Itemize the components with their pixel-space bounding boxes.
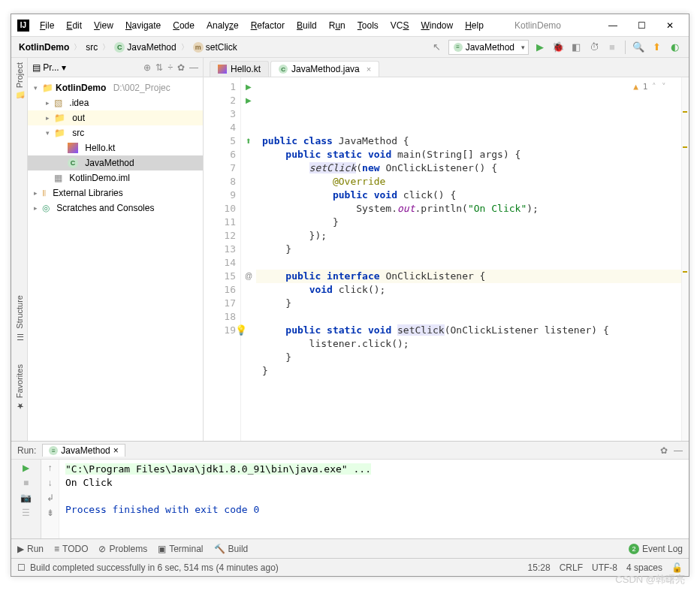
tree-iml[interactable]: KotlinDemo.iml [69,173,130,183]
window-title: KotlinDemo [514,20,591,31]
bottom-problems[interactable]: ⊘ Problems [98,544,147,554]
bottom-todo[interactable]: ≡ TODO [54,544,88,554]
tree-root[interactable]: KotlinDemo [56,83,106,93]
menu-help[interactable]: Help [460,19,488,32]
run-settings-icon[interactable]: ✿ [660,445,668,456]
capture-icon[interactable]: 📷 [20,493,32,503]
tree-hello[interactable]: Hello.kt [85,143,115,153]
status-time: 15:28 [528,562,551,573]
menu-build[interactable]: Build [292,19,321,32]
maximize-button[interactable]: ☐ [629,17,654,35]
run-tab[interactable]: ≡JavaMethod× [42,444,125,457]
status-indent[interactable]: 4 spaces [626,562,662,573]
status-lock-icon[interactable]: 🔓 [671,562,683,573]
main-menu: File Edit View Navigate Code Analyze Ref… [35,19,488,32]
breadcrumb-method[interactable]: msetClick [193,42,237,53]
sync-icon[interactable]: ⬆ [650,41,663,54]
tree-idea[interactable]: .idea [69,98,89,108]
run-button[interactable]: ▶ [533,41,547,54]
up-icon[interactable]: ↑ [48,463,53,473]
tree-src[interactable]: src [72,128,84,138]
tree-javamethod[interactable]: JavaMethod [85,158,134,168]
stop-button[interactable]: ■ [605,41,619,54]
ide-icon[interactable]: ◐ [668,41,681,54]
status-icon[interactable]: ☐ [17,562,26,573]
close-button[interactable]: ✕ [657,17,683,35]
error-stripe[interactable] [681,77,689,441]
left-tool-strip: 📁 Project ☰ Structure ★ Favorites [11,58,28,441]
code-editor[interactable]: ▲1 ˄ ˅ public class JavaMethod { public … [256,77,681,441]
collapse-icon[interactable]: ÷ [167,62,173,73]
stop-run-icon[interactable]: ■ [23,478,29,488]
project-panel: ▤ Pr... ▾ ⊕ ⇅ ÷ ✿ — ▾📁 KotlinDemo D:\002… [28,58,204,441]
sidebar-tab-favorites[interactable]: ★ Favorites [14,364,24,411]
menu-tools[interactable]: Tools [353,19,383,32]
menu-run[interactable]: Run [324,19,350,32]
menu-view[interactable]: View [89,19,118,32]
run-tool-window: Run: ≡JavaMethod× ✿ — ▶ ■ 📷 ☰ ↑ ↓ ↲ ⇟ "C… [11,441,689,538]
breadcrumb-class[interactable]: CJavaMethod [114,42,176,53]
console-output[interactable]: "C:\Program Files\Java\jdk1.8.0_91\bin\j… [59,460,689,538]
back-icon[interactable]: ↖ [430,41,444,54]
debug-button[interactable]: 🐞 [551,41,565,54]
bottom-run[interactable]: ▶ Run [17,544,44,554]
line-gutter: 12345678910111213141516171819 [204,77,241,441]
minimize-button[interactable]: — [600,17,626,35]
project-tree[interactable]: ▾📁 KotlinDemo D:\002_Projec ▸▧ .idea ▸📁 … [28,77,203,219]
project-view-label[interactable]: ▤ Pr... ▾ [32,62,66,73]
menu-navigate[interactable]: Navigate [121,19,165,32]
bottom-terminal[interactable]: ▣ Terminal [158,544,203,554]
titlebar: IJ File Edit View Navigate Code Analyze … [11,14,689,37]
app-icon: IJ [17,20,29,32]
coverage-button[interactable]: ◧ [569,41,583,54]
menu-edit[interactable]: Edit [62,19,86,32]
hide-icon[interactable]: — [189,62,198,73]
tab-hello[interactable]: Hello.kt [210,61,269,77]
watermark: CSDN @韩曙亮 [615,573,685,586]
locate-icon[interactable]: ⊕ [143,62,151,73]
tree-external-libraries[interactable]: External Libraries [53,188,122,198]
scroll-icon[interactable]: ⇟ [47,508,54,518]
tab-javamethod[interactable]: CJavaMethod.java× [270,61,379,77]
menu-analyze[interactable]: Analyze [202,19,243,32]
sidebar-tab-project[interactable]: 📁 Project [14,62,24,101]
tree-out[interactable]: out [72,113,85,123]
tree-scratches[interactable]: Scratches and Consoles [56,203,154,213]
run-hide-icon[interactable]: — [674,445,683,456]
layout-icon[interactable]: ☰ [22,508,30,518]
menu-vcs[interactable]: VCS [386,19,414,32]
inspection-widget[interactable]: ▲1 ˄ ˅ [633,80,666,94]
run-config-combo[interactable]: ≡JavaMethod [448,40,529,55]
status-bar: ☐ Build completed successfully in 6 sec,… [11,558,689,576]
close-icon[interactable]: × [367,65,371,74]
status-line-sep[interactable]: CRLF [560,562,583,573]
down-icon[interactable]: ↓ [48,478,53,488]
breadcrumb-root[interactable]: KotlinDemo [19,42,69,53]
menu-window[interactable]: Window [416,19,457,32]
editor-area: Hello.kt CJavaMethod.java× 1234567891011… [204,58,689,441]
status-message: Build completed successfully in 6 sec, 5… [30,562,279,573]
status-encoding[interactable]: UTF-8 [592,562,617,573]
navigation-bar: KotlinDemo src CJavaMethod msetClick ↖ ≡… [11,37,689,58]
bottom-build[interactable]: 🔨 Build [214,544,249,554]
breadcrumb-src[interactable]: src [86,42,98,53]
menu-code[interactable]: Code [168,19,199,32]
menu-refactor[interactable]: Refactor [246,19,289,32]
menu-file[interactable]: File [35,19,59,32]
wrap-icon[interactable]: ↲ [47,493,54,503]
bottom-tool-bar: ▶ Run ≡ TODO ⊘ Problems ▣ Terminal 🔨 Bui… [11,538,689,558]
search-icon[interactable]: 🔍 [632,41,645,54]
settings-icon[interactable]: ✿ [177,62,185,73]
rerun-icon[interactable]: ▶ [23,463,29,473]
run-label: Run: [17,445,36,456]
profile-button[interactable]: ⏱ [587,41,601,54]
gutter-icons[interactable]: ▶▶ ⬆ @ [241,77,256,441]
sidebar-tab-structure[interactable]: ☰ Structure [14,295,24,342]
bottom-eventlog[interactable]: 2 Event Log [629,544,683,554]
expand-icon[interactable]: ⇅ [155,62,163,73]
